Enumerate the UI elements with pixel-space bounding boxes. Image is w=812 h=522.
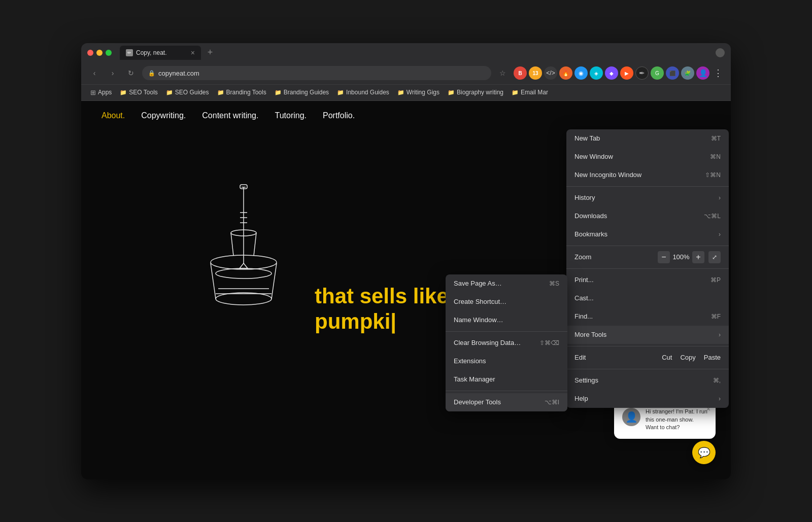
submenu-item-shortcut: ⇧⌘⌫ xyxy=(539,339,559,346)
svg-marker-11 xyxy=(240,263,248,268)
maximize-button[interactable] xyxy=(106,50,112,56)
submenu-save-page[interactable]: Save Page As… ⌘S xyxy=(446,274,567,293)
back-button[interactable]: ‹ xyxy=(87,66,101,80)
zoom-control: Zoom − 100% + ⤢ xyxy=(566,248,729,266)
menu-downloads[interactable]: Downloads ⌥⌘L xyxy=(566,207,729,225)
bookmark-seo-tools[interactable]: 📁 SEO Tools xyxy=(117,88,160,97)
nav-about[interactable]: About. xyxy=(101,111,125,120)
extension-icon-purple[interactable]: ◆ xyxy=(605,66,618,80)
extension-icon-code[interactable]: </> xyxy=(544,66,557,80)
extension-icon-orange[interactable]: 13 xyxy=(529,66,542,80)
bookmark-label: SEO Tools xyxy=(129,89,157,96)
zoom-expand-button[interactable]: ⤢ xyxy=(708,251,721,263)
menu-item-label: Find... xyxy=(574,312,711,320)
bookmark-label: Email Mar xyxy=(521,89,548,96)
svg-point-0 xyxy=(216,293,272,305)
bookmark-branding-tools[interactable]: 📁 Branding Tools xyxy=(214,88,269,97)
svg-line-5 xyxy=(254,233,256,256)
menu-more-tools[interactable]: More Tools › xyxy=(566,326,729,344)
extension-icon-indigo[interactable]: ⬛ xyxy=(666,66,679,80)
more-tools-submenu[interactable]: Save Page As… ⌘S Create Shortcut… Name W… xyxy=(446,274,567,411)
menu-new-window[interactable]: New Window ⌘N xyxy=(566,148,729,166)
menu-divider xyxy=(566,346,729,346)
nav-content-writing[interactable]: Content writing. xyxy=(202,111,258,120)
nav-portfolio[interactable]: Portfolio. xyxy=(323,111,355,120)
svg-line-4 xyxy=(231,233,233,256)
submenu-extensions[interactable]: Extensions xyxy=(446,352,567,370)
menu-item-label: Settings xyxy=(574,376,713,384)
tab-close-button[interactable]: × xyxy=(191,49,195,56)
bookmark-label: Inbound Guides xyxy=(346,89,389,96)
submenu-item-shortcut: ⌘S xyxy=(549,280,559,287)
menu-item-label: Print... xyxy=(574,276,710,284)
bookmark-label: Branding Guides xyxy=(284,89,329,96)
minimize-button[interactable] xyxy=(96,50,103,56)
zoom-plus-button[interactable]: + xyxy=(692,251,704,263)
extension-icon-gray[interactable]: 🧩 xyxy=(681,66,694,80)
menu-history[interactable]: History › xyxy=(566,189,729,207)
extension-icon-pen[interactable]: ✒ xyxy=(635,66,649,80)
menu-item-label: Cast... xyxy=(574,294,721,302)
submenu-arrow-icon: › xyxy=(719,194,721,201)
submenu-arrow-icon: › xyxy=(719,231,721,238)
extension-icon-red[interactable]: B xyxy=(514,66,527,80)
submenu-arrow-icon: › xyxy=(719,331,721,338)
bookmark-branding-guides[interactable]: 📁 Branding Guides xyxy=(272,88,332,97)
web-content: About. Copywriting. Content writing. Tut… xyxy=(81,101,731,479)
folder-icon: 📁 xyxy=(275,89,282,96)
menu-button[interactable]: ⋮ xyxy=(712,66,725,80)
menu-item-shortcut: ⌘T xyxy=(711,135,721,142)
extension-icon-blue[interactable]: ◉ xyxy=(574,66,588,80)
forward-button[interactable]: › xyxy=(106,66,120,80)
menu-help[interactable]: Help › xyxy=(566,390,729,408)
extension-icon-orange2[interactable]: ▶ xyxy=(620,66,633,80)
submenu-clear-browsing[interactable]: Clear Browsing Data… ⇧⌘⌫ xyxy=(446,334,567,352)
bookmark-biography[interactable]: 📁 Biography writing xyxy=(445,88,506,97)
menu-find[interactable]: Find... ⌘F xyxy=(566,307,729,326)
bookmark-email[interactable]: 📁 Email Mar xyxy=(509,88,551,97)
apps-bookmark[interactable]: ⊞ Apps xyxy=(87,88,115,97)
extension-icon-fire[interactable]: 🔥 xyxy=(559,66,572,80)
zoom-label: Zoom xyxy=(574,253,658,261)
url-text: copyneat.com xyxy=(158,69,199,77)
submenu-create-shortcut[interactable]: Create Shortcut… xyxy=(446,293,567,311)
chrome-menu[interactable]: New Tab ⌘T New Window ⌘N New Incognito W… xyxy=(566,129,729,408)
menu-bookmarks[interactable]: Bookmarks › xyxy=(566,225,729,243)
new-tab-button[interactable]: + xyxy=(203,46,217,60)
bookmark-seo-guides[interactable]: 📁 SEO Guides xyxy=(163,88,212,97)
tab-favicon: ✏ xyxy=(126,49,133,56)
bookmark-writing-gigs[interactable]: 📁 Writing Gigs xyxy=(394,88,443,97)
submenu-item-label: Name Window… xyxy=(454,316,559,324)
cut-button[interactable]: Cut xyxy=(662,354,672,361)
active-tab[interactable]: ✏ Copy, neat. × xyxy=(120,46,201,60)
menu-item-label: New Window xyxy=(574,153,710,160)
extension-icon-green[interactable]: G xyxy=(651,66,664,80)
bookmark-inbound-guides[interactable]: 📁 Inbound Guides xyxy=(334,88,392,97)
menu-new-incognito[interactable]: New Incognito Window ⇧⌘N xyxy=(566,166,729,184)
reload-button[interactable]: ↻ xyxy=(124,66,138,80)
extension-icon-cyan[interactable]: ◈ xyxy=(590,66,603,80)
menu-settings[interactable]: Settings ⌘, xyxy=(566,371,729,390)
submenu-name-window[interactable]: Name Window… xyxy=(446,311,567,329)
menu-new-tab[interactable]: New Tab ⌘T xyxy=(566,129,729,148)
submenu-item-label: Extensions xyxy=(454,357,559,365)
menu-divider xyxy=(566,246,729,246)
menu-print[interactable]: Print... ⌘P xyxy=(566,271,729,289)
hero-line2: pumpki| xyxy=(315,309,449,334)
chat-fab-button[interactable]: 💬 xyxy=(692,441,716,464)
bookmark-star-button[interactable]: ☆ xyxy=(495,66,510,80)
zoom-value: 100% xyxy=(670,253,692,261)
paste-button[interactable]: Paste xyxy=(704,354,721,361)
menu-item-shortcut: ⌘P xyxy=(710,276,721,284)
nav-copywriting[interactable]: Copywriting. xyxy=(141,111,186,120)
zoom-minus-button[interactable]: − xyxy=(658,251,670,263)
menu-cast[interactable]: Cast... xyxy=(566,289,729,307)
submenu-task-manager[interactable]: Task Manager xyxy=(446,370,567,389)
submenu-developer-tools[interactable]: Developer Tools ⌥⌘I xyxy=(446,393,567,411)
profile-icon[interactable]: 👤 xyxy=(696,66,709,80)
apps-grid-icon: ⊞ xyxy=(90,89,96,96)
close-button[interactable] xyxy=(87,50,93,56)
nav-tutoring[interactable]: Tutoring. xyxy=(275,111,307,120)
address-bar[interactable]: 🔒 copyneat.com xyxy=(142,66,491,80)
copy-button[interactable]: Copy xyxy=(680,354,695,361)
